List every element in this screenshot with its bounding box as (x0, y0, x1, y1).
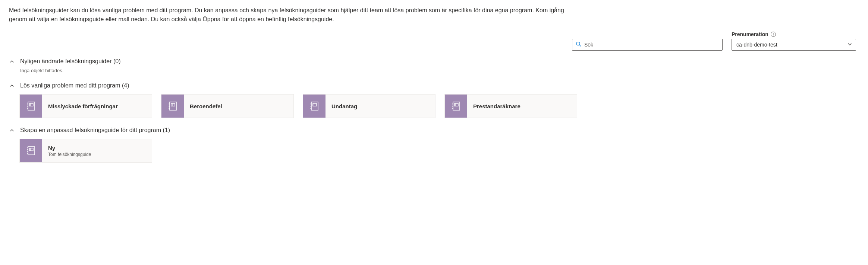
svg-rect-29 (455, 103, 458, 106)
chevron-up-icon (9, 128, 15, 132)
svg-rect-36 (29, 148, 33, 151)
card-title: Undantag (331, 103, 429, 109)
card-dependency-failures[interactable]: Beroendefel (161, 94, 294, 118)
svg-rect-8 (29, 103, 33, 106)
section-header-recent[interactable]: Nyligen ändrade felsökningsguider (0) (9, 58, 859, 65)
section-title-recent: Nyligen ändrade felsökningsguider (0) (20, 58, 121, 65)
workbook-icon (161, 95, 184, 118)
subscription-dropdown[interactable]: ca-dnb-demo-test (732, 39, 856, 51)
section-header-common[interactable]: Lös vanliga problem med ditt program (4) (9, 82, 859, 89)
card-performance-counters[interactable]: Prestandaräknare (444, 94, 577, 118)
intro-text: Med felsökningsguider kan du lösa vanlig… (9, 6, 583, 24)
card-exceptions[interactable]: Undantag (303, 94, 435, 118)
svg-rect-22 (313, 103, 317, 106)
empty-text-recent: Inga objekt hittades. (9, 68, 859, 73)
card-failed-requests[interactable]: Misslyckade förfrågningar (19, 94, 152, 118)
search-input[interactable] (572, 39, 723, 51)
section-custom: Skapa en anpassad felsökningsguide för d… (9, 127, 859, 163)
section-title-custom: Skapa en anpassad felsökningsguide för d… (20, 127, 170, 134)
chevron-down-icon (847, 42, 852, 48)
section-title-common: Lös vanliga problem med ditt program (4) (20, 82, 129, 89)
chevron-up-icon (9, 83, 15, 88)
card-title: Prestandaräknare (473, 103, 571, 109)
card-new[interactable]: Ny Tom felsökningsguide (19, 139, 152, 163)
workbook-icon (303, 95, 326, 118)
search-wrap (572, 39, 723, 51)
filters-row: Prenumeration i ca-dnb-demo-test (9, 31, 859, 51)
card-subtitle: Tom felsökningsguide (48, 152, 146, 157)
subscription-wrap: Prenumeration i ca-dnb-demo-test (732, 31, 856, 51)
cards-row-custom: Ny Tom felsökningsguide (9, 139, 859, 163)
workbook-icon (445, 95, 467, 118)
section-header-custom[interactable]: Skapa en anpassad felsökningsguide för d… (9, 127, 859, 134)
cards-row-common: Misslyckade förfrågningar Beroendefel (9, 94, 859, 118)
workbook-icon (20, 95, 42, 118)
subscription-label: Prenumeration (732, 31, 768, 37)
card-title: Ny (48, 145, 146, 151)
info-icon[interactable]: i (771, 32, 776, 37)
workbook-icon (20, 139, 42, 162)
chevron-up-icon (9, 59, 15, 64)
section-common: Lös vanliga problem med ditt program (4)… (9, 82, 859, 118)
card-title: Misslyckade förfrågningar (48, 103, 146, 109)
card-title: Beroendefel (190, 103, 287, 109)
svg-rect-15 (171, 103, 175, 106)
subscription-value: ca-dnb-demo-test (736, 42, 777, 48)
section-recent: Nyligen ändrade felsökningsguider (0) In… (9, 58, 859, 73)
